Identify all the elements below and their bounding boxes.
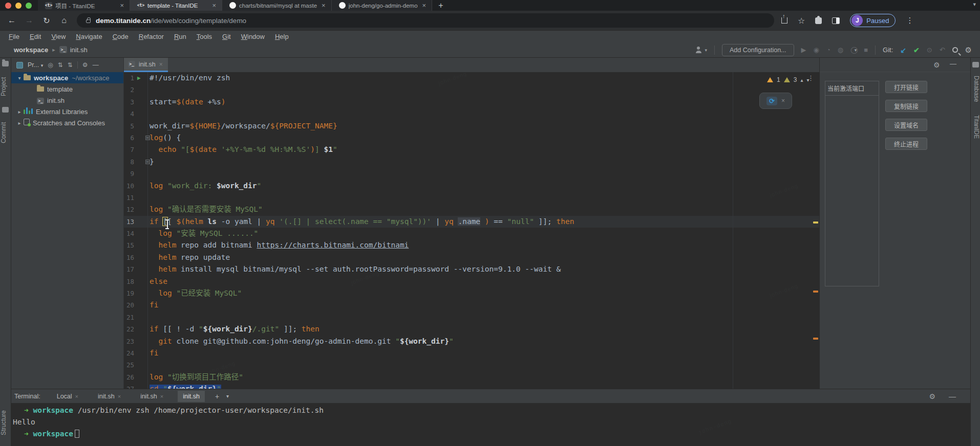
breadcrumb-file[interactable]: init.sh (70, 46, 88, 54)
terminal-tab[interactable]: Local× (52, 391, 83, 402)
tree-chevron-icon[interactable]: ▸ (16, 109, 23, 115)
runner-chevron-icon[interactable]: ▾ (855, 48, 857, 53)
extensions-icon[interactable] (815, 17, 822, 24)
tree-chevron-icon[interactable]: ▸ (16, 120, 23, 126)
macos-traffic-lights[interactable] (0, 0, 38, 11)
browser-tab[interactable]: charts/bitnami/mysql at maste× (222, 0, 332, 11)
home-icon[interactable]: ⌂ (55, 16, 73, 25)
terminal-hide-icon[interactable]: — (949, 392, 956, 400)
code-line[interactable]: 12log "确认是否需要安装 MySQL" (124, 204, 819, 215)
terminal-tab[interactable]: init.sh× (135, 391, 168, 402)
terminal-dropdown-icon[interactable]: ▾ (226, 393, 229, 399)
back-icon[interactable]: ← (3, 16, 20, 25)
floating-action-widget[interactable]: ⟳ × (759, 93, 792, 109)
menu-file[interactable]: File (4, 32, 24, 41)
tab-close-icon[interactable]: × (320, 2, 327, 9)
code-line[interactable]: 19 log "已经安装 MySQL" (124, 287, 819, 299)
tab-close-icon[interactable]: × (210, 2, 218, 9)
port-action-button[interactable]: 设置域名 (885, 119, 927, 131)
terminal-settings-gear-icon[interactable]: ⚙ (929, 392, 935, 400)
tab-close-icon[interactable]: × (75, 393, 78, 399)
git-commit-icon[interactable]: ✔ (913, 46, 920, 54)
close-window-icon[interactable] (5, 3, 11, 9)
menu-window[interactable]: Window (237, 32, 269, 41)
project-tool-icon[interactable] (2, 61, 9, 66)
git-update-icon[interactable]: ↙ (900, 46, 906, 54)
new-tab-button[interactable]: + (432, 0, 449, 11)
tab-close-icon[interactable]: × (118, 2, 125, 9)
tool-label-structure[interactable]: Structure (0, 405, 11, 441)
ports-hide-icon[interactable]: — (950, 60, 956, 68)
tool-label-project[interactable]: Project (0, 71, 11, 102)
panel-settings-gear-icon[interactable]: ⚙ (82, 61, 88, 69)
code-line[interactable]: 9 (124, 168, 819, 180)
tree-item-init-sh[interactable]: >_init.sh (11, 95, 123, 106)
commit-tool-icon[interactable] (2, 107, 9, 113)
code-line[interactable]: 17 helm install mysql bitnami/mysql --se… (124, 263, 819, 275)
inspections-widget[interactable]: 13▴▾ (767, 76, 809, 83)
share-icon[interactable] (781, 17, 787, 24)
menu-view[interactable]: View (47, 32, 70, 41)
code-line[interactable]: 4 (124, 108, 819, 120)
port-action-button[interactable]: 终止进程 (885, 138, 927, 150)
expand-all-icon[interactable]: ⇅ (58, 61, 63, 69)
address-bar[interactable]: demo.titanide.cn/ide/web/coding/template… (77, 13, 774, 28)
code-line[interactable]: 27cd "${work_dir}" (124, 383, 819, 389)
tree-item-external-libraries[interactable]: ▸External Libraries (11, 106, 123, 117)
locate-file-icon[interactable]: ◎ (48, 61, 53, 69)
menu-help[interactable]: Help (270, 32, 293, 41)
profiler-icon[interactable]: ◔ (826, 46, 830, 54)
fold-icon[interactable]: − (145, 136, 150, 140)
code-line[interactable]: 24fi (124, 347, 819, 359)
tab-close-icon[interactable]: × (421, 2, 428, 9)
browser-menu-icon[interactable]: ⋮ (906, 16, 913, 25)
tab-close-icon[interactable]: × (160, 393, 163, 399)
menu-refactor[interactable]: Refactor (134, 32, 168, 41)
tool-label-commit[interactable]: Commit (0, 117, 11, 148)
code-line[interactable]: 22if [[ ! -d "${work_dir}/.git" ]]; then (124, 323, 819, 335)
database-tool-icon[interactable] (972, 62, 979, 68)
warning-stripe-mark[interactable] (813, 291, 818, 293)
code-line[interactable]: 3start=$(date +%s) (124, 96, 819, 108)
warning-stripe-mark[interactable] (813, 338, 818, 340)
terminal-tab[interactable]: init.sh× (93, 391, 126, 402)
menu-git[interactable]: Git (218, 32, 236, 41)
editor[interactable]: >_ init.sh × 1▶#!/usr/bin/env zsh2 3star… (124, 58, 819, 389)
tool-label-database[interactable]: Database (971, 71, 980, 107)
code-line[interactable]: 15 helm repo add bitnami https://charts.… (124, 239, 819, 251)
code-line[interactable]: 5work_dir=${HOME}/workspace/${PROJECT_NA… (124, 120, 819, 132)
bookmark-star-icon[interactable]: ☆ (798, 16, 805, 26)
tree-chevron-icon[interactable]: ▾ (16, 75, 23, 81)
next-warning-icon[interactable]: ▾ (806, 77, 809, 83)
tool-label-titanide[interactable]: TitanIDE (971, 109, 980, 145)
rollback-icon[interactable]: ↶ (940, 46, 945, 54)
rerun-icon[interactable]: ⟳ (766, 97, 777, 105)
warning-stripe-mark[interactable] (813, 221, 818, 224)
code-line[interactable]: 10log "work_dir: $work_dir" (124, 180, 819, 192)
code-line[interactable]: 26log "切换到项目工作路径" (124, 371, 819, 383)
search-everywhere-icon[interactable] (952, 47, 958, 53)
settings-gear-icon[interactable]: ⚙ (965, 46, 972, 55)
code-line[interactable]: 6−log() { (124, 132, 819, 144)
zoom-window-icon[interactable] (26, 3, 32, 9)
collapse-all-icon[interactable]: ⇅ (68, 61, 73, 69)
terminal-output[interactable]: john-deng ➜ workspace /usr/bin/env zsh /… (11, 403, 970, 440)
code-line[interactable]: 18else (124, 276, 819, 287)
terminal-cursor[interactable] (75, 430, 79, 438)
user-chevron-icon[interactable]: ▾ (705, 48, 708, 53)
debug-icon[interactable]: ◉ (814, 46, 819, 54)
run-icon[interactable]: ▶ (801, 46, 806, 54)
code-line[interactable]: 13if [[ $(helm ls -o yaml | yq '(.[] | s… (124, 216, 819, 228)
tab-close-icon[interactable]: × (159, 61, 163, 68)
fold-icon[interactable]: − (145, 160, 150, 164)
code-line[interactable]: 11 (124, 192, 819, 204)
prev-warning-icon[interactable]: ▴ (800, 77, 803, 83)
hide-panel-icon[interactable]: — (93, 61, 99, 69)
project-view-selector[interactable]: Pr... ▾ (28, 61, 43, 69)
menu-code[interactable]: Code (108, 32, 133, 41)
code-line[interactable]: 2 (124, 84, 819, 96)
code-line[interactable]: 16 helm repo update (124, 252, 819, 263)
side-panel-icon[interactable] (832, 17, 840, 24)
browser-tab[interactable]: john-deng/go-admin-demo× (332, 0, 432, 11)
tab-close-icon[interactable]: × (118, 393, 121, 399)
